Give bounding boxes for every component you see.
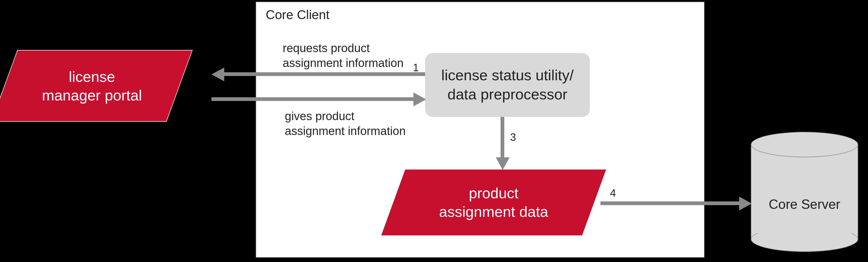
arrow-request-line [222, 72, 425, 76]
core-server: Core Server [751, 197, 858, 212]
arrow-down-head [496, 157, 509, 170]
step-4: 4 [610, 187, 616, 199]
arrow-to-server-head [739, 197, 752, 210]
license-status-utility: license status utility/data preprocessor [425, 53, 590, 117]
product-assignment-data: productassignment data [393, 170, 594, 235]
core-server-bottom [751, 226, 858, 252]
arrow-down-line [501, 117, 504, 158]
core-client-title: Core Client [266, 7, 330, 22]
arrow-to-server-line [600, 201, 740, 205]
step-1: 1 [413, 62, 419, 74]
arrow-give-head [413, 92, 426, 106]
label-request: requests productassignment information [283, 41, 404, 70]
arrow-request-head [212, 67, 224, 81]
core-server-top [751, 132, 858, 157]
label-give: gives productassignment information [285, 109, 406, 138]
step-3: 3 [510, 131, 516, 144]
license-manager-portal: licensemanager portal [4, 50, 180, 122]
arrow-give-line [212, 97, 414, 101]
core-server-body [751, 145, 858, 239]
